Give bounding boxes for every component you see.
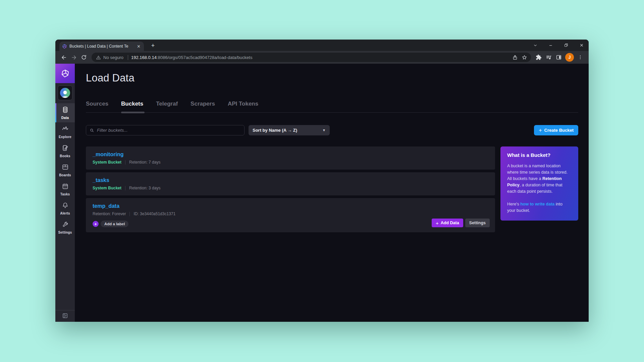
expand-nav-toggle-icon[interactable] bbox=[62, 313, 68, 319]
main-content: Load Data Sources Buckets Telegraf Scrap… bbox=[75, 64, 589, 322]
bucket-row-tasks: _tasks System Bucket Retention: 3 days bbox=[86, 172, 495, 195]
bucket-row-monitoring: _monitoring System Bucket Retention: 7 d… bbox=[86, 146, 495, 170]
browser-menu-kebab-icon[interactable] bbox=[575, 52, 585, 62]
sidebar-footer bbox=[55, 310, 75, 322]
plus-icon: + bbox=[436, 221, 439, 226]
database-icon bbox=[62, 106, 69, 115]
sidebar-label: Tasks bbox=[60, 192, 70, 196]
user-avatar-icon bbox=[60, 88, 70, 98]
bucket-id-text: ID: 3e3440a51d3c1371 bbox=[133, 212, 175, 216]
browser-tab[interactable]: Buckets | Load Data | Content Te ✕ bbox=[59, 42, 144, 51]
browser-toolbar: No seguro 192.168.0.14:8086/orgs/057ac5c… bbox=[55, 51, 589, 64]
bell-icon bbox=[62, 202, 69, 210]
meta-divider bbox=[125, 186, 125, 190]
url-divider bbox=[128, 55, 128, 60]
info-panel-paragraph-1: A bucket is a named location where time … bbox=[507, 163, 572, 195]
window-restore-button[interactable] bbox=[564, 43, 569, 48]
how-to-write-data-link[interactable]: how to write data bbox=[520, 202, 554, 206]
sort-dropdown[interactable]: Sort by Name (A → Z) ▼ bbox=[249, 125, 330, 135]
sidebar-item-alerts[interactable]: Alerts bbox=[55, 199, 75, 218]
add-data-button[interactable]: + Add Data bbox=[432, 219, 463, 227]
dashboard-grid-icon bbox=[62, 164, 69, 172]
bucket-name-link[interactable]: temp_data bbox=[93, 203, 119, 209]
share-icon[interactable] bbox=[510, 53, 520, 62]
system-bucket-badge: System Bucket bbox=[93, 186, 121, 190]
system-bucket-badge: System Bucket bbox=[93, 160, 121, 165]
filter-buckets-field bbox=[86, 125, 245, 135]
bucket-name-link[interactable]: _monitoring bbox=[93, 152, 123, 158]
profile-avatar[interactable]: J bbox=[565, 53, 574, 62]
add-label-plus-button[interactable]: + bbox=[93, 221, 99, 227]
tab-buckets[interactable]: Buckets bbox=[121, 101, 143, 107]
url-path: :8086/orgs/057ac5cad904728a/load-data/bu… bbox=[157, 55, 253, 60]
sidebar-label: Boards bbox=[59, 173, 71, 177]
retention-text: Retention: 3 days bbox=[129, 186, 160, 190]
security-label: No seguro bbox=[103, 55, 123, 60]
address-bar[interactable]: No seguro 192.168.0.14:8086/orgs/057ac5c… bbox=[92, 53, 531, 62]
sidebar-item-books[interactable]: Books bbox=[55, 141, 75, 161]
url-host: 192.168.0.14 bbox=[131, 55, 157, 60]
sidebar-item-explore[interactable]: Explore bbox=[55, 122, 75, 141]
sort-dropdown-label: Sort by Name (A → Z) bbox=[253, 128, 322, 133]
sidebar-label: Explore bbox=[59, 135, 71, 139]
tab-api-tokens[interactable]: API Tokens bbox=[228, 101, 258, 107]
influxdb-app: Data Explore Books Boards bbox=[55, 64, 589, 322]
queue-music-extension-icon[interactable] bbox=[544, 52, 554, 62]
back-button[interactable] bbox=[59, 52, 69, 62]
retention-text: Retention: 7 days bbox=[129, 160, 160, 165]
tab-telegraf[interactable]: Telegraf bbox=[156, 101, 178, 107]
what-is-a-bucket-panel: What is a Bucket? A bucket is a named lo… bbox=[500, 146, 578, 221]
notebook-icon bbox=[62, 144, 69, 153]
sidebar-item-data[interactable]: Data bbox=[55, 103, 75, 122]
bucket-controls: Sort by Name (A → Z) ▼ + Create Bucket bbox=[86, 125, 578, 135]
sidebar-item-settings[interactable]: Settings bbox=[55, 218, 75, 237]
search-icon bbox=[90, 128, 94, 133]
bookmark-star-icon[interactable] bbox=[520, 53, 529, 62]
new-tab-button[interactable]: + bbox=[149, 41, 157, 50]
page-title: Load Data bbox=[86, 72, 578, 84]
side-panel-icon[interactable] bbox=[554, 52, 564, 62]
window-close-button[interactable] bbox=[579, 43, 584, 48]
bucket-row-temp-data: temp_data Retention: Forever ID: 3e3440a… bbox=[86, 198, 495, 232]
tab-scrapers[interactable]: Scrapers bbox=[191, 101, 215, 107]
tab-close-icon[interactable]: ✕ bbox=[136, 44, 141, 49]
window-minimize-button[interactable] bbox=[548, 43, 553, 48]
forward-button[interactable] bbox=[69, 52, 79, 62]
browser-window: Buckets | Load Data | Content Te ✕ + bbox=[55, 40, 589, 322]
chevron-down-icon: ▼ bbox=[322, 128, 326, 132]
sidebar: Data Explore Books Boards bbox=[55, 64, 75, 322]
influxdb-logo[interactable] bbox=[55, 64, 75, 83]
sidebar-label: Settings bbox=[58, 231, 72, 234]
influxdb-favicon-icon bbox=[62, 44, 67, 49]
info-panel-title: What is a Bucket? bbox=[507, 152, 572, 158]
tab-title: Buckets | Load Data | Content Te bbox=[69, 44, 134, 49]
sidebar-label: Books bbox=[60, 154, 70, 158]
meta-divider bbox=[125, 160, 125, 165]
pulse-graph-icon bbox=[62, 125, 69, 134]
add-label-pill[interactable]: Add a label bbox=[101, 221, 128, 227]
load-data-tabs: Sources Buckets Telegraf Scrapers API To… bbox=[86, 101, 578, 113]
sidebar-label: Data bbox=[61, 116, 69, 120]
create-bucket-button[interactable]: + Create Bucket bbox=[534, 125, 578, 135]
bucket-name-link[interactable]: _tasks bbox=[93, 177, 109, 183]
bucket-settings-button[interactable]: Settings bbox=[465, 219, 490, 227]
meta-divider bbox=[129, 212, 130, 216]
plus-icon: + bbox=[539, 128, 542, 133]
sidebar-item-boards[interactable]: Boards bbox=[55, 161, 75, 180]
extensions-puzzle-icon[interactable] bbox=[534, 52, 544, 62]
browser-tabstrip: Buckets | Load Data | Content Te ✕ + bbox=[55, 40, 589, 51]
tab-search-chevron-icon[interactable] bbox=[533, 43, 538, 48]
tab-sources[interactable]: Sources bbox=[86, 101, 108, 107]
sidebar-item-tasks[interactable]: Tasks bbox=[55, 180, 75, 199]
info-panel-paragraph-2: Here's how to write data into your bucke… bbox=[507, 201, 572, 214]
retention-text: Retention: Forever bbox=[93, 212, 126, 216]
sidebar-label: Alerts bbox=[60, 212, 70, 215]
not-secure-warning-icon[interactable] bbox=[96, 55, 101, 60]
filter-buckets-input[interactable] bbox=[97, 128, 241, 133]
bucket-list: _monitoring System Bucket Retention: 7 d… bbox=[86, 146, 495, 235]
wrench-icon bbox=[62, 221, 69, 229]
reload-button[interactable] bbox=[79, 52, 89, 62]
calendar-icon bbox=[62, 183, 69, 191]
user-avatar-button[interactable] bbox=[58, 85, 72, 100]
